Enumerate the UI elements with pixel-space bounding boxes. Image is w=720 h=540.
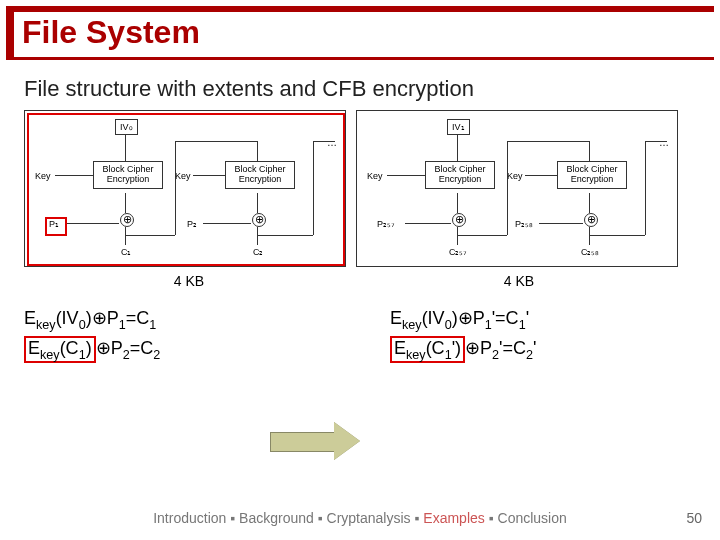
size-left: 4 KB bbox=[24, 273, 354, 289]
c2-label: C₂ bbox=[253, 247, 264, 257]
title-row: File System bbox=[6, 12, 714, 60]
size-right: 4 KB bbox=[354, 273, 684, 289]
breadcrumb-footer: Introduction ▪ Background ▪ Cryptanalysi… bbox=[0, 510, 720, 526]
xor-icon: ⊕ bbox=[584, 213, 598, 227]
p2-label: P₂ bbox=[187, 219, 197, 229]
iv-label: IV₁ bbox=[447, 119, 470, 135]
ellipsis-icon: … bbox=[327, 137, 339, 148]
eq-right-2: Ekey(C1')⊕P2'=C2' bbox=[390, 336, 696, 364]
key-label-1: Key bbox=[35, 171, 51, 181]
cfb-diagram-left: IV₀ Block Cipher Encryption Block Cipher… bbox=[24, 110, 346, 267]
key-label-2: Key bbox=[507, 171, 523, 181]
boxed-ekey-c1-prime: Ekey(C1') bbox=[390, 336, 465, 364]
ellipsis-icon: … bbox=[659, 137, 671, 148]
cipher-block-2: Block Cipher Encryption bbox=[225, 161, 295, 189]
footer-text-2: ▪ Conclusion bbox=[485, 510, 567, 526]
eq-right-1: Ekey(IV0)⊕P1'=C1' bbox=[390, 307, 696, 332]
key-label-2: Key bbox=[175, 171, 191, 181]
p257-label: P₂₅₇ bbox=[377, 219, 395, 229]
boxed-ekey-c1: Ekey(C1) bbox=[24, 336, 96, 364]
title-accent-left bbox=[6, 12, 14, 60]
cipher-block-1: Block Cipher Encryption bbox=[425, 161, 495, 189]
equation-row: Ekey(IV0)⊕P1=C1 Ekey(C1)⊕P2=C2 Ekey(IV0)… bbox=[24, 307, 696, 367]
equations-right: Ekey(IV0)⊕P1'=C1' Ekey(C1')⊕P2'=C2' bbox=[330, 307, 696, 367]
xor-icon: ⊕ bbox=[120, 213, 134, 227]
key-label-1: Key bbox=[367, 171, 383, 181]
p1-label: P₁ bbox=[49, 219, 59, 229]
eq-left-1: Ekey(IV0)⊕P1=C1 bbox=[24, 307, 330, 332]
cipher-block-2: Block Cipher Encryption bbox=[557, 161, 627, 189]
footer-current: Examples bbox=[423, 510, 484, 526]
eq-left-2: Ekey(C1)⊕P2=C2 bbox=[24, 336, 330, 364]
page-subtitle: File structure with extents and CFB encr… bbox=[24, 76, 696, 102]
cipher-block-1: Block Cipher Encryption bbox=[93, 161, 163, 189]
c257-label: C₂₅₇ bbox=[449, 247, 468, 257]
footer-text-1: Introduction ▪ Background ▪ Cryptanalysi… bbox=[153, 510, 423, 526]
page-number: 50 bbox=[686, 510, 702, 526]
highlight-box-outer bbox=[27, 113, 345, 266]
xor-icon: ⊕ bbox=[452, 213, 466, 227]
iv-label: IV₀ bbox=[115, 119, 138, 135]
p258-label: P₂₅₈ bbox=[515, 219, 533, 229]
equations-left: Ekey(IV0)⊕P1=C1 Ekey(C1)⊕P2=C2 bbox=[24, 307, 330, 367]
xor-icon: ⊕ bbox=[252, 213, 266, 227]
size-row: 4 KB 4 KB bbox=[24, 273, 696, 289]
cfb-diagram-right: IV₁ Block Cipher Encryption Block Cipher… bbox=[356, 110, 678, 267]
c258-label: C₂₅₈ bbox=[581, 247, 600, 257]
page-title: File System bbox=[14, 12, 714, 60]
diagram-row: IV₀ Block Cipher Encryption Block Cipher… bbox=[24, 110, 696, 267]
c1-label: C₁ bbox=[121, 247, 132, 257]
